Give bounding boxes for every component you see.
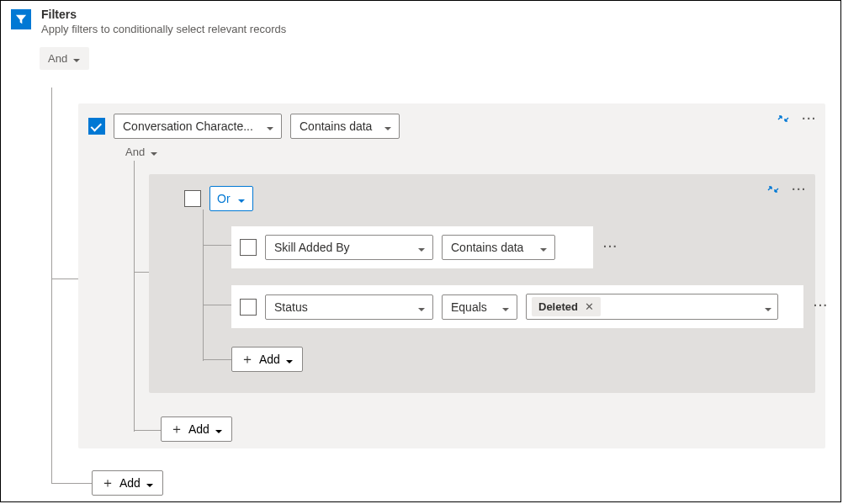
cond1-field-label: Skill Added By [274, 241, 350, 254]
condition-row: Status Equals Deleted ✕ [231, 285, 803, 328]
chevron-down-icon [146, 479, 154, 487]
chevron-down-icon [215, 425, 223, 433]
add-label: Add [188, 422, 209, 436]
tree-connector [134, 430, 161, 431]
add-label: Add [119, 476, 140, 490]
cond1-field-dropdown[interactable]: Skill Added By [265, 235, 433, 260]
cond2-field-dropdown[interactable]: Status [265, 294, 433, 320]
group2-logic-dropdown[interactable]: Or [209, 186, 253, 211]
group2-logic-label: Or [217, 192, 231, 205]
tree-connector [203, 210, 204, 361]
collapse-icon[interactable] [777, 112, 790, 125]
tree-connector [203, 305, 231, 305]
tree-connector [134, 272, 149, 273]
page-subtitle: Apply filters to conditionally select re… [41, 23, 286, 35]
add-condition-button[interactable]: ＋ Add [92, 470, 163, 496]
chevron-down-icon [285, 355, 294, 363]
tree-connector [203, 359, 231, 360]
plus-icon: ＋ [241, 353, 254, 366]
cond1-op-label: Contains data [451, 241, 523, 254]
more-icon[interactable]: ··· [603, 240, 618, 253]
group1-field-label: Conversation Characte... [123, 119, 253, 133]
group1-logic-dropdown[interactable]: And [125, 146, 158, 158]
tree-connector [51, 483, 92, 484]
chevron-down-icon [150, 148, 158, 157]
collapse-icon[interactable] [766, 183, 780, 196]
chevron-down-icon [764, 303, 772, 311]
more-icon[interactable]: ··· [802, 112, 817, 125]
filter-group-1: ··· Conversation Characte... Contains da… [78, 103, 825, 448]
chevron-down-icon [417, 303, 426, 311]
chevron-down-icon [417, 243, 426, 252]
group1-field-dropdown[interactable]: Conversation Characte... [114, 114, 282, 139]
group1-operator-dropdown[interactable]: Contains data [290, 114, 400, 139]
add-condition-button[interactable]: ＋ Add [161, 416, 232, 442]
tree-connector [51, 88, 52, 483]
tree-connector [51, 279, 78, 279]
cond2-op-label: Equals [451, 300, 487, 314]
add-condition-button[interactable]: ＋ Add [231, 347, 303, 372]
value-tag: Deleted ✕ [532, 297, 601, 316]
cond2-value-label: Deleted [538, 300, 578, 313]
remove-tag-icon[interactable]: ✕ [585, 300, 594, 313]
plus-icon: ＋ [101, 476, 114, 490]
filter-icon [11, 9, 31, 29]
chevron-down-icon [72, 55, 81, 63]
chevron-down-icon [266, 122, 274, 130]
group1-op-label: Contains data [300, 119, 372, 133]
group1-logic-label: And [125, 146, 145, 158]
root-logic-dropdown[interactable]: And [40, 47, 89, 70]
condition-row: Skill Added By Contains data [231, 226, 593, 268]
plus-icon: ＋ [170, 422, 183, 436]
cond1-checkbox[interactable] [240, 239, 257, 256]
group2-checkbox[interactable] [184, 190, 201, 207]
cond1-operator-dropdown[interactable]: Contains data [442, 235, 555, 260]
chevron-down-icon [384, 122, 392, 130]
tree-connector [134, 161, 135, 432]
more-icon[interactable]: ··· [792, 183, 807, 196]
chevron-down-icon [237, 194, 246, 203]
chevron-down-icon [539, 243, 548, 252]
more-icon[interactable]: ··· [814, 299, 829, 312]
root-logic-label: And [48, 52, 67, 65]
cond2-operator-dropdown[interactable]: Equals [442, 294, 517, 320]
add-label: Add [259, 353, 280, 366]
filter-group-2: ··· Or Skill Added By [149, 174, 815, 393]
cond2-checkbox[interactable] [240, 299, 257, 316]
cond2-field-label: Status [274, 300, 308, 314]
cond2-value-dropdown[interactable]: Deleted ✕ [526, 294, 778, 320]
page-title: Filters [41, 8, 286, 21]
chevron-down-icon [501, 303, 510, 311]
group1-checkbox[interactable] [88, 118, 105, 135]
tree-connector [203, 245, 231, 246]
